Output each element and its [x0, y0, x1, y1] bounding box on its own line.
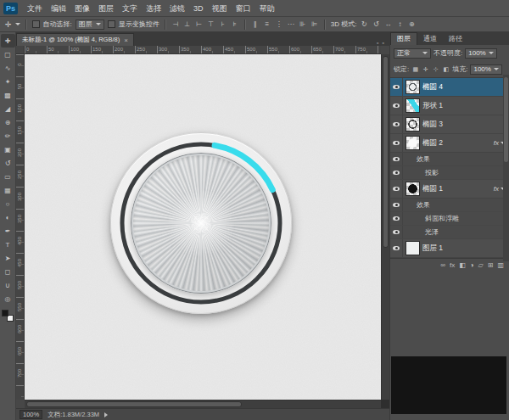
tool-healing-brush[interactable]: ⊕ [1, 115, 15, 129]
align-h-centers-icon[interactable]: ⊦ [219, 20, 227, 28]
tool-dodge[interactable]: ◐ [1, 210, 15, 224]
align-bottom-edges-icon[interactable]: ⊧ [231, 20, 239, 28]
tool-gradient[interactable]: ▦ [1, 183, 15, 197]
tool-pen[interactable]: ✒ [1, 224, 15, 238]
tool-preset-caret-icon[interactable] [15, 23, 20, 25]
lock-position-icon[interactable]: ⊹ [432, 66, 439, 73]
distribute-left-icon[interactable]: ⋯ [287, 20, 295, 28]
auto-select-checkbox[interactable] [32, 20, 40, 28]
tool-clone-stamp[interactable]: ▣ [1, 143, 15, 156]
tool-preset-icon[interactable]: ✛ [5, 20, 12, 29]
3d-roll-icon[interactable]: ↺ [372, 20, 380, 28]
lock-transparent-icon[interactable]: ▦ [411, 66, 419, 73]
layer-mask-icon[interactable]: ◧ [459, 261, 466, 269]
3d-rotate-icon[interactable]: ↻ [360, 20, 368, 28]
horizontal-ruler[interactable]: 0 50 100 150 200 250 300 350 400 450 500… [25, 46, 381, 54]
vertical-scrollbar-thumb[interactable] [383, 56, 389, 248]
tab-paths[interactable]: 路径 [443, 33, 468, 45]
menu-help[interactable]: 帮助 [255, 0, 279, 17]
lock-pixels-icon[interactable]: ✛ [422, 66, 429, 73]
effect-drop-shadow-row[interactable]: 投影 [390, 166, 509, 180]
horizontal-scrollbar-thumb[interactable] [26, 401, 242, 407]
tool-marquee[interactable]: ▢ [1, 48, 15, 61]
tool-quick-select[interactable]: ✦ [1, 75, 15, 88]
visibility-toggle[interactable] [390, 153, 403, 165]
tool-shape[interactable]: ◻ [1, 265, 15, 278]
visibility-toggle[interactable] [390, 134, 403, 152]
layer-thumbnail[interactable] [406, 242, 419, 255]
knob-brushed-metal-dial[interactable] [131, 153, 271, 294]
layer-row-ellipse-4[interactable]: 椭圆 4 [390, 78, 509, 97]
menu-type[interactable]: 文字 [118, 0, 142, 17]
3d-slide-icon[interactable]: ↕ [395, 20, 404, 28]
visibility-toggle[interactable] [390, 78, 403, 96]
distribute-right-icon[interactable]: ⊫ [310, 20, 319, 28]
effect-bevel-emboss-row[interactable]: 斜面和浮雕 [390, 212, 509, 226]
visibility-toggle[interactable] [390, 212, 403, 225]
status-flyout-icon[interactable] [104, 412, 108, 417]
layer-row-ellipse-2[interactable]: 椭圆 2 fx [390, 134, 509, 153]
layer-thumbnail[interactable] [406, 118, 419, 131]
layer-thumbnail[interactable] [406, 99, 419, 112]
menu-window[interactable]: 窗口 [232, 0, 255, 17]
layer-thumbnail[interactable] [406, 81, 419, 93]
effects-header-row[interactable]: 效果 [390, 199, 509, 212]
distribute-v-centers-icon[interactable]: ≡ [263, 20, 271, 28]
vertical-scrollbar[interactable] [381, 54, 389, 400]
tool-brush[interactable]: ✏ [1, 129, 15, 143]
visibility-toggle[interactable] [390, 115, 403, 133]
menu-edit[interactable]: 编辑 [47, 0, 70, 17]
lock-all-icon[interactable]: ◧ [442, 66, 450, 73]
3d-drag-icon[interactable]: ↔ [383, 20, 392, 28]
layer-style-icon[interactable]: fx [450, 261, 455, 269]
menu-image[interactable]: 图像 [70, 0, 94, 17]
distribute-h-centers-icon[interactable]: ⊪ [299, 20, 307, 28]
effect-satin-row[interactable]: 光泽 [390, 226, 509, 239]
opacity-select[interactable]: 100% [465, 48, 496, 59]
document-tab[interactable]: 未标题-1 @ 100% (椭圆 4, RGB/8) × [16, 33, 134, 46]
menu-file[interactable]: 文件 [23, 0, 47, 17]
zoom-level-field[interactable]: 100% [20, 410, 42, 419]
tab-channels[interactable]: 通道 [417, 33, 443, 45]
tool-type[interactable]: T [1, 238, 15, 251]
ruler-corner[interactable] [16, 46, 25, 54]
tool-hand[interactable]: ∪ [1, 278, 15, 292]
adjustment-layer-icon[interactable]: ◑ [470, 261, 474, 269]
align-right-edges-icon[interactable]: ⊢ [195, 20, 204, 28]
layer-thumbnail[interactable] [406, 182, 419, 195]
distribute-bottom-icon[interactable]: ⋮ [275, 20, 283, 28]
tool-eraser[interactable]: ▭ [1, 170, 15, 183]
link-layers-icon[interactable]: ∞ [440, 261, 445, 269]
doc-window-control-icon[interactable]: ▫ [377, 40, 378, 46]
menu-view[interactable]: 视图 [208, 0, 232, 17]
effects-header-row[interactable]: 效果 [390, 153, 509, 166]
vertical-ruler[interactable]: 0 50 100 150 200 250 300 350 400 450 500… [16, 54, 25, 400]
layer-row-ellipse-1[interactable]: 椭圆 1 fx [390, 180, 509, 199]
horizontal-scrollbar[interactable] [25, 400, 381, 408]
align-v-centers-icon[interactable]: ⊥ [183, 20, 192, 28]
show-transform-checkbox[interactable] [108, 20, 115, 28]
visibility-toggle[interactable] [390, 166, 403, 179]
canvas[interactable] [25, 54, 381, 400]
layer-row-ellipse-3[interactable]: 椭圆 3 [390, 115, 509, 134]
panel-scrollbar-thumb[interactable] [504, 77, 508, 162]
blend-mode-select[interactable]: 正常 [394, 48, 431, 59]
tool-crop[interactable]: ▩ [1, 88, 15, 102]
tool-zoom[interactable]: ◎ [1, 292, 15, 305]
fill-select[interactable]: 100% [470, 64, 501, 75]
auto-select-dropdown[interactable]: 图层 [76, 20, 104, 30]
align-left-edges-icon[interactable]: ⊣ [171, 20, 180, 28]
menu-filter[interactable]: 滤镜 [165, 0, 189, 17]
visibility-toggle[interactable] [390, 199, 403, 211]
close-tab-icon[interactable]: × [124, 36, 128, 44]
foreground-color-swatch[interactable] [2, 310, 8, 316]
tool-history-brush[interactable]: ↺ [1, 156, 15, 170]
metal-knob[interactable] [110, 132, 292, 314]
tool-blur[interactable]: ○ [1, 197, 15, 210]
align-top-edges-icon[interactable]: ⊤ [207, 20, 215, 28]
fx-badge[interactable]: fx [494, 139, 499, 147]
tab-layers[interactable]: 图层 [390, 32, 417, 45]
layer-group-icon[interactable]: ▱ [478, 261, 484, 269]
layer-row-shape-1[interactable]: 形状 1 [390, 97, 509, 115]
distribute-top-icon[interactable]: ∥ [251, 20, 260, 28]
